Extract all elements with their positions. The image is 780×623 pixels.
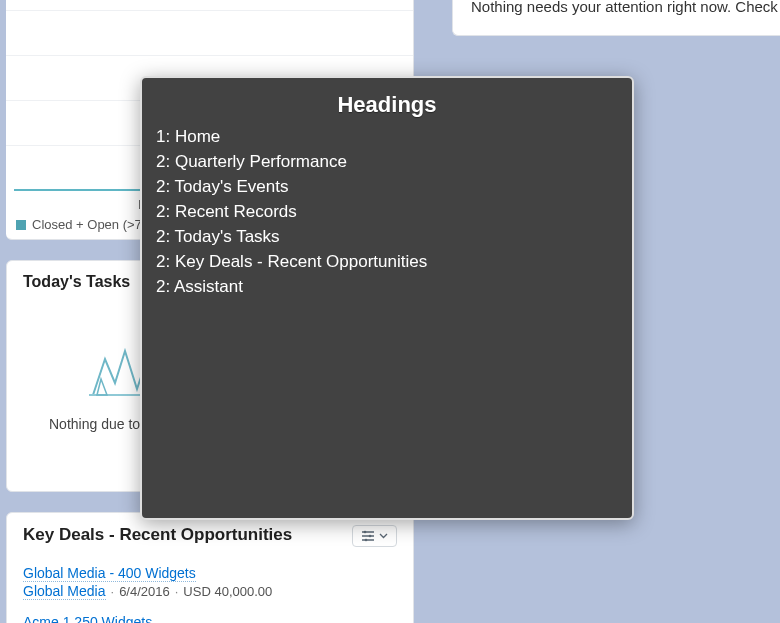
tasks-empty-text: Nothing due too bbox=[49, 416, 148, 432]
headings-overlay-title: Headings bbox=[156, 92, 618, 118]
svg-point-0 bbox=[364, 531, 367, 534]
legend-swatch bbox=[16, 220, 26, 230]
meta-separator: · bbox=[175, 584, 179, 599]
deals-settings-button[interactable] bbox=[352, 525, 397, 547]
meta-separator: · bbox=[111, 584, 115, 599]
deal-item: Global Media - 400 Widgets Global Media … bbox=[23, 565, 397, 600]
deals-title: Key Deals - Recent Opportunities bbox=[23, 525, 292, 545]
tasks-empty-illustration bbox=[87, 339, 147, 397]
deal-amount: USD 40,000.00 bbox=[183, 584, 272, 599]
chart-legend: Closed + Open (>70 bbox=[16, 217, 149, 232]
headings-list: 1: Home 2: Quarterly Performance 2: Toda… bbox=[156, 124, 618, 299]
heading-item[interactable]: 2: Assistant bbox=[156, 274, 618, 299]
legend-label: Closed + Open (>70 bbox=[32, 217, 149, 232]
heading-item[interactable]: 2: Recent Records bbox=[156, 199, 618, 224]
chevron-down-icon bbox=[379, 533, 388, 539]
heading-item[interactable]: 2: Today's Tasks bbox=[156, 224, 618, 249]
deal-meta: Global Media · 6/4/2016 · USD 40,000.00 bbox=[23, 583, 397, 600]
headings-rotor-overlay[interactable]: Headings 1: Home 2: Quarterly Performanc… bbox=[140, 76, 634, 520]
heading-item[interactable]: 2: Key Deals - Recent Opportunities bbox=[156, 249, 618, 274]
deal-date: 6/4/2016 bbox=[119, 584, 170, 599]
deal-account-link[interactable]: Global Media bbox=[23, 583, 106, 600]
heading-item[interactable]: 1: Home bbox=[156, 124, 618, 149]
heading-item[interactable]: 2: Today's Events bbox=[156, 174, 618, 199]
assistant-card: Nothing needs your attention right now. … bbox=[452, 0, 780, 36]
deals-header: Key Deals - Recent Opportunities bbox=[23, 525, 397, 547]
svg-point-1 bbox=[369, 535, 372, 538]
key-deals-card: Key Deals - Recent Opportunities Global … bbox=[6, 512, 414, 623]
settings-icon bbox=[361, 530, 375, 542]
deal-item: Acme 1 250 Widgets bbox=[23, 614, 397, 623]
svg-point-2 bbox=[365, 539, 368, 542]
deal-opportunity-link[interactable]: Global Media - 400 Widgets bbox=[23, 565, 196, 582]
assistant-empty-text: Nothing needs your attention right now. … bbox=[471, 0, 780, 15]
right-column: Nothing needs your attention right now. … bbox=[440, 0, 780, 36]
heading-item[interactable]: 2: Quarterly Performance bbox=[156, 149, 618, 174]
deal-opportunity-link[interactable]: Acme 1 250 Widgets bbox=[23, 614, 152, 623]
